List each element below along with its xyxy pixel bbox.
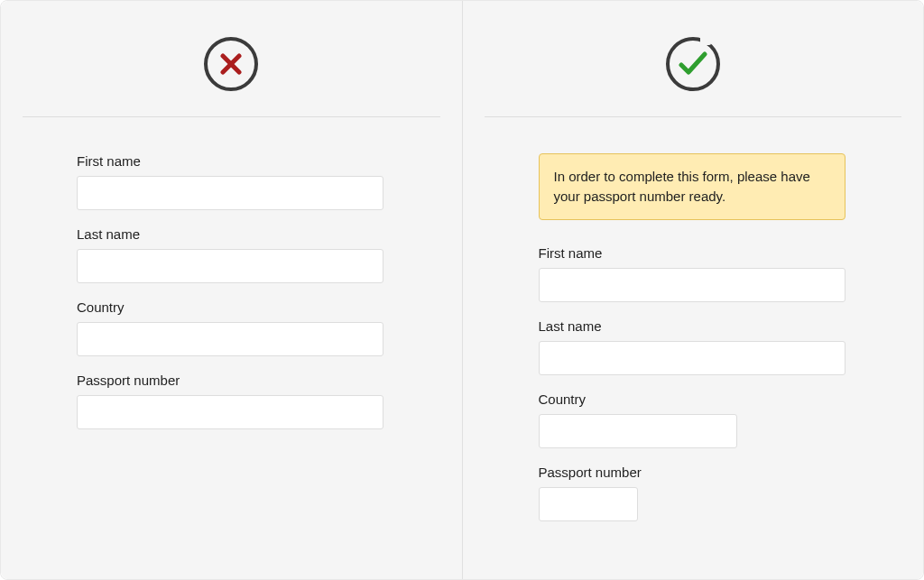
field-first-name: First name <box>539 245 879 302</box>
field-last-name: Last name <box>77 226 386 283</box>
field-last-name: Last name <box>539 318 879 375</box>
field-country: Country <box>77 299 386 356</box>
input-first-name[interactable] <box>539 268 845 302</box>
field-passport: Passport number <box>77 373 386 429</box>
input-last-name[interactable] <box>539 341 845 375</box>
field-first-name: First name <box>77 153 386 210</box>
label-country: Country <box>77 299 386 315</box>
input-country[interactable] <box>539 414 737 448</box>
panel-correct: In order to complete this form, please h… <box>463 1 924 579</box>
label-last-name: Last name <box>77 226 386 242</box>
field-country: Country <box>539 391 879 448</box>
panel-incorrect: First name Last name Country Passport nu… <box>1 1 463 579</box>
label-passport: Passport number <box>77 373 386 388</box>
label-passport: Passport number <box>539 465 879 480</box>
label-last-name: Last name <box>539 318 879 334</box>
form-correct: In order to complete this form, please h… <box>463 117 924 521</box>
label-first-name: First name <box>77 153 386 169</box>
input-country[interactable] <box>77 322 383 356</box>
notice-text: In order to complete this form, please h… <box>554 169 810 204</box>
form-incorrect: First name Last name Country Passport nu… <box>1 117 462 429</box>
label-first-name: First name <box>539 245 879 261</box>
notice-box: In order to complete this form, please h… <box>539 153 845 220</box>
label-country: Country <box>539 391 879 407</box>
check-icon <box>666 37 720 91</box>
input-passport[interactable] <box>539 487 638 521</box>
cross-icon <box>204 37 258 91</box>
icon-header-correct <box>463 1 924 116</box>
input-first-name[interactable] <box>77 176 383 210</box>
comparison-container: First name Last name Country Passport nu… <box>0 0 924 580</box>
field-passport: Passport number <box>539 465 879 521</box>
input-last-name[interactable] <box>77 249 383 283</box>
input-passport[interactable] <box>77 395 383 429</box>
icon-header-incorrect <box>1 1 462 116</box>
